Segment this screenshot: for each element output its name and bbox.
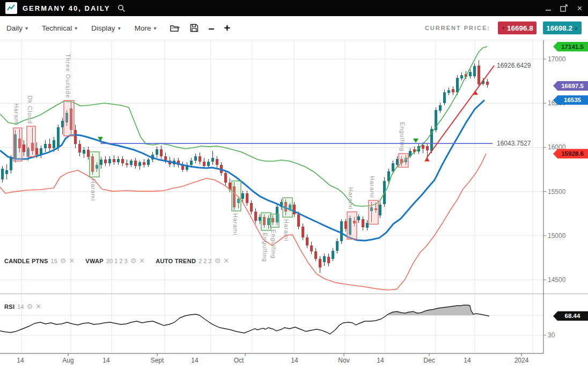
window-title: GERMANY 40, DAILY <box>23 4 110 12</box>
close-icon[interactable]: ✕ <box>577 0 583 16</box>
candlestick-series <box>1 60 489 273</box>
menu-display[interactable]: Display▾ <box>91 24 120 32</box>
remove-indicator-icon[interactable]: ✕ <box>139 257 145 264</box>
titlebar: GERMANY 40, DAILY ✕ <box>0 0 588 16</box>
gear-icon[interactable]: ⚙ <box>215 257 221 264</box>
up-arrow-icon: ▲ <box>574 26 578 31</box>
ask-price-badge: 16698.2 ▲ <box>543 21 582 34</box>
zoom-in-button[interactable]: + <box>224 23 231 33</box>
pattern-box <box>64 100 74 136</box>
menu-daily[interactable]: Daily▾ <box>6 24 28 32</box>
zoom-out-button[interactable]: – <box>208 23 214 33</box>
pattern-box <box>232 181 241 211</box>
rsi-line <box>0 305 489 334</box>
toolbar: Daily▾ Technical▾ Display▾ More▾ – + CUR… <box>0 16 588 40</box>
pattern-box <box>399 154 408 167</box>
current-price-label: CURRENT PRICE: <box>425 25 490 31</box>
gear-icon[interactable]: ⚙ <box>60 257 67 264</box>
pattern-box <box>27 126 35 157</box>
remove-indicator-icon[interactable]: ✕ <box>223 257 229 264</box>
pattern-box <box>283 198 292 217</box>
pattern-box <box>270 214 279 228</box>
search-icon[interactable] <box>117 4 126 12</box>
chevron-down-icon: ▾ <box>25 25 28 31</box>
popout-button[interactable] <box>560 0 568 16</box>
gear-icon[interactable]: ⚙ <box>27 303 33 310</box>
pattern-box <box>13 128 22 161</box>
save-icon[interactable] <box>190 24 199 32</box>
indicator-candle-ptns: CANDLE PTNS15 ⚙ ✕ <box>4 257 75 264</box>
open-folder-icon[interactable] <box>170 24 180 32</box>
indicator-vwap: VWAP20 1 2 3 ⚙ ✕ <box>85 257 145 264</box>
app-logo-icon <box>5 2 17 14</box>
remove-indicator-icon[interactable]: ✕ <box>69 257 75 264</box>
buy-signal-icon <box>473 90 478 95</box>
menu-technical[interactable]: Technical▾ <box>42 24 77 32</box>
pattern-box <box>347 212 357 239</box>
bid-price-badge: ▼ 16696.8 <box>498 21 536 34</box>
menu-more[interactable]: More▾ <box>135 24 157 32</box>
indicator-legend: CANDLE PTNS15 ⚙ ✕ VWAP20 1 2 3 ⚙ ✕ AUTO … <box>4 257 229 264</box>
indicator-auto-trend: AUTO TREND2 2 2 ⚙ ✕ <box>156 257 229 264</box>
sell-signal-icon <box>413 139 418 143</box>
buy-signal-icon <box>424 157 430 162</box>
chevron-down-icon: ▾ <box>75 25 77 31</box>
chevron-down-icon: ▾ <box>153 25 156 31</box>
trading-app-window: GERMANY 40, DAILY ✕ Daily▾ Technical▾ Di… <box>0 0 588 369</box>
chart-canvas[interactable] <box>0 40 588 369</box>
pattern-box <box>261 213 271 230</box>
rsi-legend: RSI14 ⚙ ✕ <box>4 303 41 310</box>
chevron-down-icon: ▾ <box>118 25 121 31</box>
pattern-box <box>90 152 99 177</box>
chart-area[interactable]: HaramiDk CloudThree OutsideHaramiHaramiE… <box>0 40 588 369</box>
down-arrow-icon: ▼ <box>501 26 505 31</box>
indicator-rsi: RSI14 ⚙ ✕ <box>4 303 41 310</box>
minimize-button[interactable] <box>545 0 552 16</box>
remove-indicator-icon[interactable]: ✕ <box>35 303 41 310</box>
pattern-box <box>369 200 378 224</box>
lower-band-line <box>0 154 486 290</box>
gear-icon[interactable]: ⚙ <box>130 257 137 264</box>
